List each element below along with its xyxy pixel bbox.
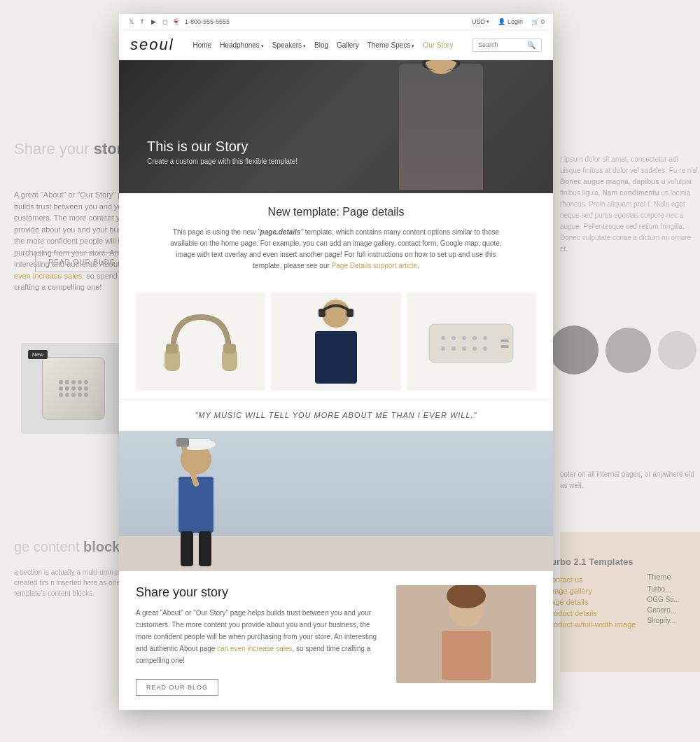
svg-point-10 (441, 336, 445, 340)
bg-content-block-heading: ge content block (14, 539, 120, 555)
product-person-img (271, 293, 400, 391)
nav-links: Home Headphones Speakers Blog Gallery Th… (192, 41, 453, 49)
svg-point-19 (483, 346, 487, 351)
bg-right-headphones (546, 308, 700, 392)
hero-person (385, 60, 497, 193)
template-title: New template: Page details (136, 206, 536, 218)
nav-gallery[interactable]: Gallery (337, 41, 359, 49)
turbo-link-product-wide[interactable]: Product w/full-width image (546, 620, 636, 629)
quote-section: "MY MUSIC WILL TELL YOU MORE ABOUT ME TH… (119, 399, 553, 431)
bg-read-blog-btn: READ OUR BLOG (35, 252, 129, 272)
svg-point-12 (462, 336, 466, 340)
svg-rect-3 (223, 344, 236, 354)
search-box[interactable]: 🔍 (472, 38, 542, 52)
svg-rect-5 (315, 331, 357, 384)
story-person-svg (161, 435, 231, 571)
share-text-col: Share your story A great "About" or "Our… (136, 585, 382, 696)
story-person (161, 435, 231, 571)
product-headphone-img (136, 293, 265, 391)
share-person-svg (396, 585, 536, 683)
headphone-mid (606, 328, 651, 373)
template-desc: This page is using the new "page.details… (168, 227, 504, 272)
hero-text: This is our Story Create a custom page w… (147, 139, 298, 165)
site-logo[interactable]: seoul (130, 36, 174, 54)
svg-rect-8 (429, 324, 513, 363)
svg-point-15 (441, 346, 445, 351)
person-svg (301, 296, 371, 387)
turbo-link-contact[interactable]: Contact us (546, 575, 636, 584)
speaker-grill (59, 380, 88, 397)
svg-point-16 (451, 346, 456, 351)
cart-icon[interactable]: 🛒 0 (531, 18, 545, 25)
phone-number: 1-800-555-5555 (185, 18, 230, 25)
svg-rect-20 (500, 340, 509, 342)
headphone-left (550, 326, 598, 374)
twitter-icon[interactable]: 𝕏 (127, 18, 134, 25)
nav-headphones[interactable]: Headphones (220, 41, 264, 49)
bg-right-text: r ipsum dolor sit amet, consectetur adi … (560, 154, 700, 255)
hero-subtitle: Create a custom page with this flexible … (147, 158, 298, 165)
nav-speakers[interactable]: Speakers (272, 41, 306, 49)
youtube-icon[interactable]: ▶ (150, 18, 157, 25)
turbo-link-gallery[interactable]: Image gallery (546, 587, 636, 595)
hero-headphones (422, 60, 461, 71)
nav-our-story[interactable]: Our Story (423, 41, 453, 49)
read-blog-button[interactable]: READ OUR BLOG (136, 679, 218, 696)
svg-point-18 (472, 346, 477, 351)
template-notice: New template: Page details This page is … (119, 193, 553, 284)
turbo-link-page[interactable]: Page details (546, 598, 636, 606)
bg-speaker-image: New (21, 343, 126, 434)
svg-rect-2 (166, 344, 178, 354)
top-bar-right: USD ▾ 👤 Login 🛒 0 (472, 18, 545, 25)
svg-rect-31 (199, 531, 211, 566)
turbo-templates-section: Turbo 2.1 Templates Contact us Image gal… (546, 556, 693, 631)
speaker-shape (42, 357, 105, 420)
search-input[interactable] (478, 41, 527, 48)
story-section (119, 431, 553, 571)
share-desc: A great "About" or "Our Story" page help… (136, 607, 382, 666)
top-bar: 𝕏 f ▶ ◻ 👻 1-800-555-5555 USD ▾ 👤 Login 🛒… (119, 14, 553, 30)
nav-bar: seoul Home Headphones Speakers Blog Gall… (119, 30, 553, 60)
svg-point-17 (462, 346, 466, 351)
share-section: Share your story A great "About" or "Our… (119, 571, 553, 710)
svg-rect-29 (176, 438, 189, 447)
hero-person-shape (399, 64, 483, 190)
turbo-link-product[interactable]: Product details (546, 609, 636, 617)
product-gallery (119, 284, 553, 399)
nav-blog[interactable]: Blog (314, 41, 328, 49)
headphone-svg (159, 303, 243, 380)
speaker-svg (422, 310, 520, 373)
nav-home[interactable]: Home (192, 41, 211, 49)
quote-text: "MY MUSIC WILL TELL YOU MORE ABOUT ME TH… (136, 411, 536, 419)
browser-window: 𝕏 f ▶ ◻ 👻 1-800-555-5555 USD ▾ 👤 Login 🛒… (119, 14, 553, 710)
svg-point-11 (451, 336, 456, 340)
nav-theme-specs[interactable]: Theme Specs (368, 41, 415, 49)
headphone-right (658, 331, 696, 370)
template-link[interactable]: Page Details support article (332, 262, 417, 270)
search-icon[interactable]: 🔍 (527, 41, 536, 49)
svg-rect-21 (500, 345, 509, 348)
hero-title: This is our Story (147, 139, 298, 155)
currency-selector[interactable]: USD ▾ (472, 18, 489, 25)
svg-rect-34 (442, 631, 491, 680)
svg-point-14 (483, 336, 487, 340)
snapchat-icon[interactable]: 👻 (172, 18, 179, 25)
social-icons: 𝕏 f ▶ ◻ 👻 (127, 18, 179, 25)
new-badge: New (28, 350, 48, 359)
hero-section: This is our Story Create a custom page w… (119, 60, 553, 193)
bg-footer-text: ooter on all internal pages, or anywhere… (560, 469, 700, 491)
share-title: Share your story (136, 585, 382, 600)
svg-point-4 (322, 300, 350, 328)
product-speaker-img (407, 293, 536, 391)
bg-left-heading: Share your story (14, 140, 132, 158)
turbo-templates-title: Turbo 2.1 Templates (546, 556, 693, 567)
facebook-icon[interactable]: f (139, 18, 146, 25)
login-link[interactable]: 👤 Login (498, 18, 523, 25)
svg-point-13 (472, 336, 477, 340)
svg-rect-30 (181, 531, 193, 566)
main-content: New template: Page details This page is … (119, 193, 553, 710)
instagram-icon[interactable]: ◻ (161, 18, 168, 25)
share-link[interactable]: can even increase sales (217, 645, 292, 652)
svg-rect-6 (318, 309, 326, 317)
svg-rect-7 (346, 309, 354, 317)
